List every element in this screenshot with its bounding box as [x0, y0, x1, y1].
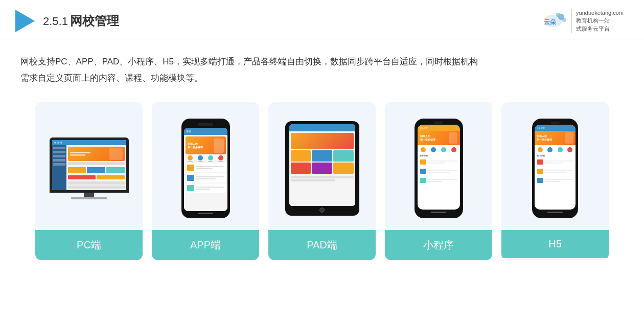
- mini-course-item: [419, 158, 458, 166]
- app-card-label: APP端: [152, 230, 259, 260]
- mini-phone-mockup: 职场课堂 职场人的第一堂必修课 推荐课程: [415, 119, 463, 218]
- app-icon-3: [208, 155, 213, 162]
- mini-icon: [451, 147, 456, 152]
- h5-card-info: [544, 170, 573, 173]
- pad-card: PAD端: [268, 102, 376, 260]
- description-line1: 网校支持PC、APP、PAD、小程序、H5，实现多端打通，产品各终端自由切换，数…: [20, 54, 624, 70]
- h5-icon: [538, 147, 543, 152]
- pc-topbar: [52, 140, 126, 145]
- app-card-line: [196, 187, 224, 188]
- pc-sidebar-item: [53, 151, 65, 153]
- h5-card-info: [544, 179, 573, 182]
- pc-grid-item-3: [106, 167, 125, 173]
- h5-course-item: [536, 176, 574, 185]
- pc-sidebar-item: [53, 163, 65, 166]
- mini-topbar: 职场课堂: [418, 125, 460, 131]
- pad-screen: [289, 124, 355, 206]
- pc-main-content: [66, 145, 126, 190]
- h5-course-item: [536, 167, 574, 175]
- h5-card-line: [544, 160, 573, 162]
- pc-card-image: [35, 102, 143, 230]
- mini-icons: [418, 145, 460, 153]
- h5-banner-text: 职场人的第一堂必修课: [537, 134, 552, 142]
- brand-logo: 云朵 yunduoketang.com 教育机构一站 式服务云平台: [540, 9, 624, 33]
- app-icons-row: [186, 155, 226, 162]
- pc-card: PC端: [35, 102, 143, 260]
- mini-section-title: 推荐课程: [418, 153, 460, 158]
- pad-grid-item: [333, 163, 354, 174]
- pc-screen-inner: [52, 140, 126, 190]
- pc-card-label: PC端: [35, 230, 143, 260]
- pc-stand-neck: [84, 193, 94, 197]
- app-icon-label: [198, 161, 203, 162]
- h5-course-list: [535, 158, 576, 185]
- pc-stand-foot: [71, 197, 107, 199]
- h5-card-line: [544, 163, 563, 164]
- h5-card: 云朵课堂 职场人的第一堂必修课 热门课程: [501, 102, 609, 260]
- h5-banner-image: [565, 132, 573, 144]
- app-icon-circle: [198, 155, 203, 160]
- pc-sidebar-item: [53, 147, 65, 149]
- app-icon-label: [188, 161, 193, 162]
- mini-card-image: 职场课堂 职场人的第一堂必修课 推荐课程: [385, 102, 492, 230]
- cloud-logo-icon: 云朵: [540, 11, 566, 31]
- mini-card-info: [427, 170, 457, 173]
- h5-thumb: [537, 159, 543, 165]
- pad-grid-item: [291, 163, 311, 174]
- mini-thumb: [420, 159, 426, 165]
- app-card-line: [196, 176, 224, 177]
- logo-tagline2: 式服务云平台: [576, 25, 624, 33]
- app-screen: 课堂 职场人的第一堂必修课: [184, 128, 227, 211]
- h5-card-info: [544, 160, 573, 164]
- svg-text:云朵: 云朵: [544, 18, 557, 26]
- mini-card-line: [427, 160, 457, 162]
- app-icon-label: [218, 161, 223, 162]
- pc-grid: [68, 167, 125, 173]
- app-icon-circle: [218, 155, 223, 160]
- pad-grid: [291, 150, 354, 174]
- h5-card-label: H5: [501, 230, 609, 258]
- mini-banner-image: [449, 132, 457, 144]
- app-device-mockup: 课堂 职场人的第一堂必修课: [181, 119, 230, 218]
- brand-triangle-icon: [15, 10, 35, 32]
- header-left: 2.5.1 网校管理: [15, 10, 119, 32]
- mini-card-info: [427, 160, 457, 164]
- pc-row-2: [68, 181, 125, 185]
- pc-content-row: [68, 162, 125, 165]
- app-icon-2: [198, 155, 203, 162]
- app-course-card: [186, 163, 226, 172]
- pc-row-3: [68, 186, 125, 189]
- pc-sidebar-item: [53, 155, 65, 157]
- h5-screen: 云朵课堂 职场人的第一堂必修课 热门课程: [535, 125, 576, 210]
- h5-thumb: [537, 169, 543, 174]
- app-thumb: [187, 165, 194, 171]
- mini-card-line: [427, 163, 445, 164]
- pc-content: [52, 145, 126, 190]
- pad-card-image: [268, 102, 376, 230]
- h5-icons: [535, 145, 576, 153]
- h5-card-line: [544, 179, 573, 180]
- app-topbar-text: 课堂: [186, 130, 225, 133]
- pc-grid-item-1: [68, 167, 86, 173]
- pad-content: [289, 131, 355, 206]
- mini-course-list: [418, 158, 460, 185]
- h5-card-image: 云朵课堂 职场人的第一堂必修课 热门课程: [501, 102, 609, 230]
- svg-point-3: [556, 13, 560, 17]
- app-card: 课堂 职场人的第一堂必修课: [152, 102, 259, 260]
- mini-thumb: [420, 178, 426, 183]
- h5-banner: 职场人的第一堂必修课: [535, 131, 576, 145]
- logo-tagline1: 教育机构一站: [576, 17, 624, 25]
- pc-screen-outer: [50, 137, 129, 193]
- pc-sidebar: [52, 145, 66, 190]
- pad-grid-item: [291, 150, 311, 162]
- logo-text: yunduoketang.com 教育机构一站 式服务云平台: [571, 9, 624, 33]
- app-content: 职场人的第一堂必修课: [184, 135, 227, 211]
- app-thumb: [187, 185, 194, 191]
- app-icon-label: [208, 161, 213, 162]
- mini-icon: [441, 147, 446, 152]
- app-card-line: [196, 178, 216, 179]
- pad-topbar: [289, 124, 355, 131]
- pc-banner: [68, 147, 125, 161]
- app-icon-circle: [208, 155, 213, 160]
- pad-grid-item: [333, 150, 354, 162]
